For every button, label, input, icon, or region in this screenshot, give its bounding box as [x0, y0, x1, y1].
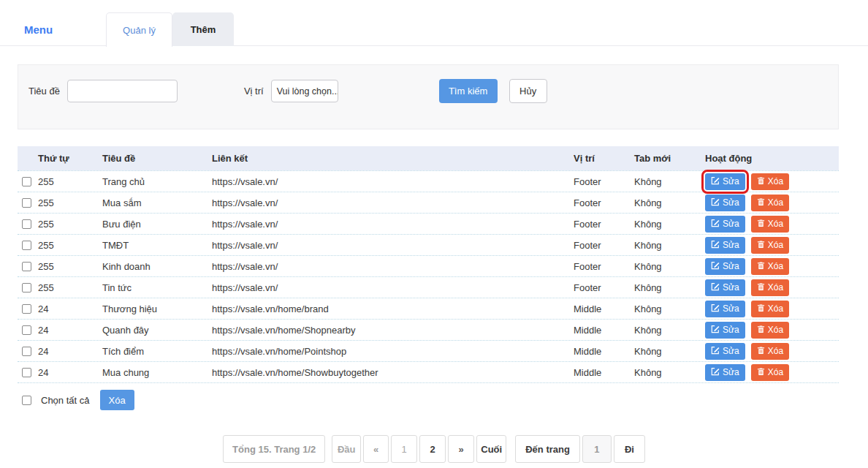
bulk-delete-button[interactable]: Xóa	[100, 390, 134, 410]
menu-table: Thứ tự Tiêu đề Liên kết Vị trí Tab mới H…	[18, 146, 839, 383]
page-number-buttons: 12	[391, 435, 446, 463]
column-header-position: Vị trí	[574, 153, 634, 164]
tab-manage-label: Quản lý	[123, 25, 156, 36]
row-checkbox[interactable]	[22, 325, 31, 335]
row-checkbox[interactable]	[22, 262, 31, 271]
delete-button-label: Xóa	[768, 176, 783, 186]
go-button[interactable]: Đi	[614, 435, 645, 463]
delete-button[interactable]: Xóa	[751, 216, 789, 233]
row-order: 24	[38, 303, 102, 314]
row-title: Mua chung	[102, 367, 212, 378]
row-position: Footer	[574, 219, 634, 230]
delete-button[interactable]: Xóa	[751, 173, 789, 190]
search-button[interactable]: Tìm kiếm	[439, 79, 498, 103]
delete-button[interactable]: Xóa	[751, 258, 789, 275]
edit-button[interactable]: Sửa	[705, 258, 745, 275]
row-title: Tin tức	[102, 282, 212, 293]
row-order: 255	[38, 240, 102, 251]
row-actions: Sửa Xóa	[705, 195, 839, 211]
delete-button[interactable]: Xóa	[751, 322, 789, 339]
row-title: Trang chủ	[102, 176, 212, 187]
row-position: Footer	[574, 240, 634, 251]
select-all-checkbox[interactable]	[22, 396, 31, 405]
column-header-order: Thứ tự	[38, 153, 102, 164]
row-actions: Sửa Xóa	[705, 216, 839, 233]
delete-button[interactable]: Xóa	[751, 279, 789, 296]
row-checkbox[interactable]	[22, 198, 31, 208]
row-checkbox[interactable]	[22, 241, 31, 250]
row-position: Footer	[574, 261, 634, 272]
row-position: Middle	[574, 346, 634, 357]
edit-button-label: Sửa	[723, 240, 739, 250]
edit-icon	[711, 261, 720, 272]
edit-button[interactable]: Sửa	[705, 279, 745, 296]
row-actions: Sửa Xóa	[705, 322, 839, 339]
page-button-1[interactable]: 1	[391, 435, 417, 463]
next-page-button[interactable]: »	[448, 435, 474, 463]
row-link: https://vsale.vn/home/Showbuytogether	[212, 367, 574, 378]
tab-manage[interactable]: Quản lý	[106, 12, 172, 47]
edit-button[interactable]: Sửa	[705, 322, 745, 339]
row-newtab: Không	[634, 282, 705, 293]
edit-icon	[711, 346, 720, 357]
edit-button-label: Sửa	[723, 303, 739, 314]
row-checkbox[interactable]	[22, 304, 31, 314]
pagination-summary: Tổng 15. Trang 1/2	[223, 435, 325, 463]
edit-icon	[711, 219, 720, 230]
edit-button[interactable]: Sửa	[705, 173, 745, 190]
edit-icon	[711, 282, 720, 293]
row-newtab: Không	[634, 303, 705, 314]
row-checkbox-cell	[18, 368, 38, 377]
delete-button[interactable]: Xóa	[751, 237, 789, 254]
row-order: 255	[38, 219, 102, 230]
table-row: 255 Trang chủ https://vsale.vn/ Footer K…	[18, 171, 839, 192]
row-link: https://vsale.vn/home/Pointshop	[212, 346, 574, 357]
row-checkbox[interactable]	[22, 283, 31, 292]
pagination-nav: Đầu « 12 » Cuối	[332, 435, 506, 463]
delete-button-label: Xóa	[768, 325, 783, 335]
last-page-button[interactable]: Cuối	[476, 435, 506, 463]
cancel-button[interactable]: Hủy	[509, 79, 547, 103]
edit-button[interactable]: Sửa	[705, 216, 745, 233]
row-checkbox[interactable]	[22, 347, 31, 356]
page-button-2[interactable]: 2	[419, 435, 446, 463]
edit-button[interactable]: Sửa	[705, 237, 745, 254]
title-filter-input[interactable]	[67, 80, 178, 102]
row-order: 255	[38, 176, 102, 187]
row-position: Footer	[574, 282, 634, 293]
delete-button-label: Xóa	[768, 346, 783, 356]
row-position: Middle	[574, 367, 634, 378]
row-position: Footer	[574, 176, 634, 187]
row-checkbox[interactable]	[22, 368, 31, 377]
row-newtab: Không	[634, 325, 705, 336]
row-link: https://vsale.vn/	[212, 282, 574, 293]
edit-icon	[711, 176, 720, 187]
row-newtab: Không	[634, 219, 705, 230]
column-header-actions: Hoạt động	[705, 153, 839, 164]
edit-button[interactable]: Sửa	[705, 343, 745, 360]
delete-button[interactable]: Xóa	[751, 343, 789, 360]
edit-button[interactable]: Sửa	[705, 301, 745, 317]
trash-icon	[757, 261, 765, 272]
edit-button[interactable]: Sửa	[705, 195, 745, 211]
position-select[interactable]: Vui lòng chọn...	[271, 80, 338, 102]
row-checkbox[interactable]	[22, 219, 31, 229]
pagination: Tổng 15. Trang 1/2 Đầu « 12 » Cuối Đến t…	[0, 435, 868, 463]
goto-page-input[interactable]	[582, 435, 612, 463]
prev-page-button[interactable]: «	[363, 435, 389, 463]
delete-button[interactable]: Xóa	[751, 301, 789, 317]
edit-button[interactable]: Sửa	[705, 364, 745, 381]
column-header-newtab: Tab mới	[634, 153, 705, 164]
table-body: 255 Trang chủ https://vsale.vn/ Footer K…	[18, 170, 839, 383]
row-checkbox-cell	[18, 325, 38, 335]
delete-button-label: Xóa	[768, 240, 783, 250]
delete-button[interactable]: Xóa	[751, 364, 789, 381]
row-checkbox[interactable]	[22, 177, 31, 186]
first-page-button[interactable]: Đầu	[332, 435, 361, 463]
delete-button[interactable]: Xóa	[751, 195, 789, 211]
delete-button-label: Xóa	[768, 197, 783, 208]
tab-add[interactable]: Thêm	[172, 12, 234, 46]
title-filter-label: Tiêu đề	[28, 86, 60, 97]
row-link: https://vsale.vn/	[212, 261, 574, 272]
row-order: 255	[38, 197, 102, 208]
